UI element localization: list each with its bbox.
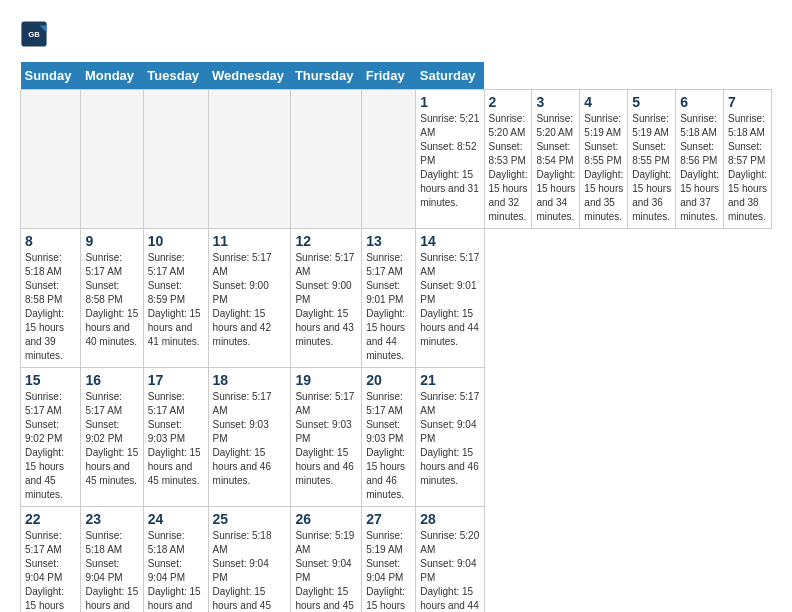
calendar-cell: 16Sunrise: 5:17 AMSunset: 9:02 PMDayligh… xyxy=(81,368,143,507)
day-info: Sunrise: 5:17 AMSunset: 9:00 PMDaylight:… xyxy=(213,251,287,349)
day-info: Sunrise: 5:17 AMSunset: 9:04 PMDaylight:… xyxy=(420,390,479,488)
calendar-cell xyxy=(81,90,143,229)
day-number: 27 xyxy=(366,511,411,527)
day-header-wednesday: Wednesday xyxy=(208,62,291,90)
calendar-cell: 27Sunrise: 5:19 AMSunset: 9:04 PMDayligh… xyxy=(362,507,416,613)
calendar-cell: 24Sunrise: 5:18 AMSunset: 9:04 PMDayligh… xyxy=(143,507,208,613)
day-number: 14 xyxy=(420,233,479,249)
calendar-cell xyxy=(362,90,416,229)
day-number: 4 xyxy=(584,94,623,110)
day-info: Sunrise: 5:20 AMSunset: 8:54 PMDaylight:… xyxy=(536,112,575,224)
calendar-week-2: 8Sunrise: 5:18 AMSunset: 8:58 PMDaylight… xyxy=(21,229,772,368)
calendar-cell: 21Sunrise: 5:17 AMSunset: 9:04 PMDayligh… xyxy=(416,368,484,507)
calendar-cell: 20Sunrise: 5:17 AMSunset: 9:03 PMDayligh… xyxy=(362,368,416,507)
calendar-cell: 7Sunrise: 5:18 AMSunset: 8:57 PMDaylight… xyxy=(724,90,772,229)
day-info: Sunrise: 5:17 AMSunset: 9:03 PMDaylight:… xyxy=(213,390,287,488)
day-number: 6 xyxy=(680,94,719,110)
day-header-thursday: Thursday xyxy=(291,62,362,90)
day-info: Sunrise: 5:17 AMSunset: 9:02 PMDaylight:… xyxy=(25,390,76,502)
day-number: 22 xyxy=(25,511,76,527)
day-number: 7 xyxy=(728,94,767,110)
day-number: 11 xyxy=(213,233,287,249)
calendar-cell: 18Sunrise: 5:17 AMSunset: 9:03 PMDayligh… xyxy=(208,368,291,507)
day-info: Sunrise: 5:19 AMSunset: 8:55 PMDaylight:… xyxy=(584,112,623,224)
day-number: 3 xyxy=(536,94,575,110)
day-number: 9 xyxy=(85,233,138,249)
day-number: 1 xyxy=(420,94,479,110)
day-number: 12 xyxy=(295,233,357,249)
day-info: Sunrise: 5:18 AMSunset: 8:58 PMDaylight:… xyxy=(25,251,76,363)
day-info: Sunrise: 5:20 AMSunset: 8:53 PMDaylight:… xyxy=(489,112,528,224)
day-info: Sunrise: 5:18 AMSunset: 9:04 PMDaylight:… xyxy=(213,529,287,612)
day-number: 25 xyxy=(213,511,287,527)
calendar-header-row: SundayMondayTuesdayWednesdayThursdayFrid… xyxy=(21,62,772,90)
calendar-cell xyxy=(21,90,81,229)
day-info: Sunrise: 5:19 AMSunset: 9:04 PMDaylight:… xyxy=(366,529,411,612)
day-number: 23 xyxy=(85,511,138,527)
day-info: Sunrise: 5:17 AMSunset: 9:00 PMDaylight:… xyxy=(295,251,357,349)
calendar-cell: 22Sunrise: 5:17 AMSunset: 9:04 PMDayligh… xyxy=(21,507,81,613)
calendar-cell: 9Sunrise: 5:17 AMSunset: 8:58 PMDaylight… xyxy=(81,229,143,368)
calendar-cell: 8Sunrise: 5:18 AMSunset: 8:58 PMDaylight… xyxy=(21,229,81,368)
day-number: 24 xyxy=(148,511,204,527)
calendar-cell xyxy=(291,90,362,229)
day-info: Sunrise: 5:19 AMSunset: 9:04 PMDaylight:… xyxy=(295,529,357,612)
calendar-cell xyxy=(208,90,291,229)
calendar-cell: 3Sunrise: 5:20 AMSunset: 8:54 PMDaylight… xyxy=(532,90,580,229)
calendar-cell: 4Sunrise: 5:19 AMSunset: 8:55 PMDaylight… xyxy=(580,90,628,229)
day-info: Sunrise: 5:17 AMSunset: 9:01 PMDaylight:… xyxy=(420,251,479,349)
day-info: Sunrise: 5:18 AMSunset: 9:04 PMDaylight:… xyxy=(85,529,138,612)
day-info: Sunrise: 5:17 AMSunset: 9:01 PMDaylight:… xyxy=(366,251,411,363)
day-info: Sunrise: 5:18 AMSunset: 8:57 PMDaylight:… xyxy=(728,112,767,224)
day-number: 8 xyxy=(25,233,76,249)
day-number: 19 xyxy=(295,372,357,388)
calendar-cell: 6Sunrise: 5:18 AMSunset: 8:56 PMDaylight… xyxy=(676,90,724,229)
calendar-cell: 26Sunrise: 5:19 AMSunset: 9:04 PMDayligh… xyxy=(291,507,362,613)
day-number: 26 xyxy=(295,511,357,527)
calendar-cell: 25Sunrise: 5:18 AMSunset: 9:04 PMDayligh… xyxy=(208,507,291,613)
svg-text:GB: GB xyxy=(28,30,40,39)
day-number: 10 xyxy=(148,233,204,249)
calendar-cell: 13Sunrise: 5:17 AMSunset: 9:01 PMDayligh… xyxy=(362,229,416,368)
day-info: Sunrise: 5:18 AMSunset: 8:56 PMDaylight:… xyxy=(680,112,719,224)
calendar-cell: 28Sunrise: 5:20 AMSunset: 9:04 PMDayligh… xyxy=(416,507,484,613)
day-info: Sunrise: 5:17 AMSunset: 9:03 PMDaylight:… xyxy=(148,390,204,488)
day-number: 5 xyxy=(632,94,671,110)
calendar-week-4: 22Sunrise: 5:17 AMSunset: 9:04 PMDayligh… xyxy=(21,507,772,613)
calendar-cell: 23Sunrise: 5:18 AMSunset: 9:04 PMDayligh… xyxy=(81,507,143,613)
calendar-cell: 1Sunrise: 5:21 AMSunset: 8:52 PMDaylight… xyxy=(416,90,484,229)
calendar-week-1: 1Sunrise: 5:21 AMSunset: 8:52 PMDaylight… xyxy=(21,90,772,229)
calendar-cell: 14Sunrise: 5:17 AMSunset: 9:01 PMDayligh… xyxy=(416,229,484,368)
day-info: Sunrise: 5:17 AMSunset: 9:04 PMDaylight:… xyxy=(25,529,76,612)
day-info: Sunrise: 5:17 AMSunset: 9:03 PMDaylight:… xyxy=(366,390,411,502)
calendar-cell xyxy=(143,90,208,229)
logo-icon: GB xyxy=(20,20,48,48)
day-number: 28 xyxy=(420,511,479,527)
day-info: Sunrise: 5:17 AMSunset: 8:59 PMDaylight:… xyxy=(148,251,204,349)
day-number: 20 xyxy=(366,372,411,388)
calendar-cell: 19Sunrise: 5:17 AMSunset: 9:03 PMDayligh… xyxy=(291,368,362,507)
day-number: 21 xyxy=(420,372,479,388)
calendar-cell: 5Sunrise: 5:19 AMSunset: 8:55 PMDaylight… xyxy=(628,90,676,229)
day-number: 13 xyxy=(366,233,411,249)
day-info: Sunrise: 5:18 AMSunset: 9:04 PMDaylight:… xyxy=(148,529,204,612)
logo: GB xyxy=(20,20,52,48)
day-number: 2 xyxy=(489,94,528,110)
calendar-body: 1Sunrise: 5:21 AMSunset: 8:52 PMDaylight… xyxy=(21,90,772,613)
day-info: Sunrise: 5:20 AMSunset: 9:04 PMDaylight:… xyxy=(420,529,479,612)
calendar-cell: 15Sunrise: 5:17 AMSunset: 9:02 PMDayligh… xyxy=(21,368,81,507)
calendar-cell: 17Sunrise: 5:17 AMSunset: 9:03 PMDayligh… xyxy=(143,368,208,507)
day-header-tuesday: Tuesday xyxy=(143,62,208,90)
day-info: Sunrise: 5:17 AMSunset: 9:02 PMDaylight:… xyxy=(85,390,138,488)
day-header-monday: Monday xyxy=(81,62,143,90)
day-header-saturday: Saturday xyxy=(416,62,484,90)
day-info: Sunrise: 5:19 AMSunset: 8:55 PMDaylight:… xyxy=(632,112,671,224)
day-number: 16 xyxy=(85,372,138,388)
day-info: Sunrise: 5:21 AMSunset: 8:52 PMDaylight:… xyxy=(420,112,479,210)
calendar-cell: 11Sunrise: 5:17 AMSunset: 9:00 PMDayligh… xyxy=(208,229,291,368)
calendar-cell: 10Sunrise: 5:17 AMSunset: 8:59 PMDayligh… xyxy=(143,229,208,368)
day-header-sunday: Sunday xyxy=(21,62,81,90)
day-header-friday: Friday xyxy=(362,62,416,90)
calendar-cell: 2Sunrise: 5:20 AMSunset: 8:53 PMDaylight… xyxy=(484,90,532,229)
calendar-cell: 12Sunrise: 5:17 AMSunset: 9:00 PMDayligh… xyxy=(291,229,362,368)
